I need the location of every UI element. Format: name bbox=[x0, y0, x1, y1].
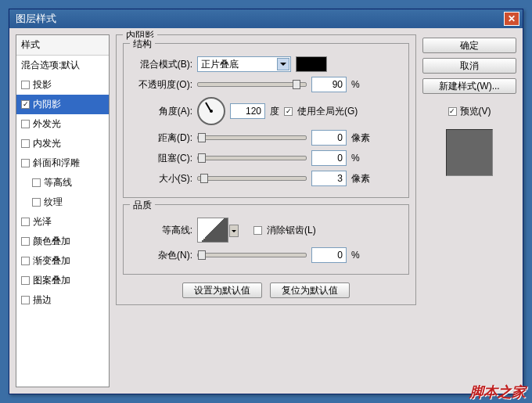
distance-slider[interactable] bbox=[197, 135, 307, 140]
opacity-slider[interactable] bbox=[197, 82, 307, 87]
sidebar-item-bevel[interactable]: 斜面和浮雕 bbox=[16, 153, 109, 173]
ok-button[interactable]: 确定 bbox=[422, 38, 516, 53]
slider-thumb[interactable] bbox=[198, 250, 206, 260]
checkbox-icon[interactable] bbox=[32, 178, 41, 187]
size-input[interactable] bbox=[311, 171, 347, 186]
checkbox-icon[interactable] bbox=[21, 120, 30, 128]
angle-label: 角度(A): bbox=[130, 105, 192, 118]
noise-input[interactable] bbox=[311, 247, 347, 263]
checkbox-icon[interactable] bbox=[21, 296, 30, 304]
angle-unit: 度 bbox=[270, 105, 279, 118]
contour-label: 等高线: bbox=[130, 224, 192, 237]
shadow-color-swatch[interactable] bbox=[296, 56, 327, 72]
sidebar-item-color-overlay[interactable]: 颜色叠加 bbox=[16, 232, 109, 251]
sidebar-item-gradient-overlay[interactable]: 渐变叠加 bbox=[16, 251, 109, 271]
sidebar-item-inner-shadow[interactable]: 内阴影 bbox=[16, 95, 109, 114]
sidebar-item-satin[interactable]: 光泽 bbox=[16, 212, 109, 232]
blend-mode-select[interactable]: 正片叠底 bbox=[197, 56, 291, 72]
checkbox-icon[interactable] bbox=[21, 139, 30, 148]
checkbox-icon[interactable] bbox=[21, 237, 30, 246]
distance-label: 距离(D): bbox=[130, 131, 192, 145]
sidebar-item-pattern-overlay[interactable]: 图案叠加 bbox=[16, 271, 109, 290]
checkbox-icon[interactable] bbox=[21, 218, 30, 226]
quality-legend: 品质 bbox=[130, 199, 155, 212]
slider-thumb[interactable] bbox=[198, 133, 206, 142]
sidebar-item-outer-glow[interactable]: 外发光 bbox=[16, 114, 109, 134]
angle-input[interactable] bbox=[230, 103, 265, 119]
checkbox-icon[interactable] bbox=[21, 100, 30, 109]
opacity-input[interactable] bbox=[311, 77, 347, 92]
checkbox-icon[interactable] bbox=[32, 198, 41, 207]
make-default-button[interactable]: 设置为默认值 bbox=[182, 282, 262, 298]
checkbox-icon[interactable] bbox=[21, 81, 30, 89]
preview-label: 预览(V) bbox=[460, 105, 491, 118]
antialias-checkbox[interactable] bbox=[253, 226, 262, 235]
preview-swatch bbox=[446, 129, 493, 176]
watermark-text: 脚本之家 bbox=[469, 383, 526, 401]
structure-legend: 结构 bbox=[130, 38, 155, 51]
layer-style-dialog: 图层样式 ✕ 样式 混合选项:默认 投影 内阴影 外发光 内发光 斜面和浮雕 等… bbox=[9, 9, 523, 394]
sidebar-header: 样式 bbox=[16, 35, 109, 56]
close-button[interactable]: ✕ bbox=[504, 12, 519, 26]
opacity-unit: % bbox=[351, 79, 360, 90]
size-unit: 像素 bbox=[351, 172, 370, 185]
size-label: 大小(S): bbox=[130, 172, 192, 185]
chevron-down-icon bbox=[277, 58, 289, 70]
choke-label: 阻塞(C): bbox=[130, 152, 192, 165]
choke-input[interactable] bbox=[311, 150, 347, 166]
angle-dial[interactable] bbox=[197, 97, 225, 125]
titlebar: 图层样式 ✕ bbox=[9, 9, 523, 28]
antialias-label: 消除锯齿(L) bbox=[267, 224, 316, 237]
distance-unit: 像素 bbox=[351, 131, 370, 145]
action-panel: 确定 取消 新建样式(W)... 预览(V) bbox=[422, 34, 516, 387]
noise-label: 杂色(N): bbox=[130, 249, 192, 262]
opacity-label: 不透明度(O): bbox=[130, 78, 192, 92]
sidebar-item-drop-shadow[interactable]: 投影 bbox=[16, 75, 109, 95]
noise-slider[interactable] bbox=[197, 253, 307, 257]
global-light-checkbox[interactable] bbox=[284, 107, 293, 116]
preview-checkbox[interactable] bbox=[448, 107, 457, 116]
checkbox-icon[interactable] bbox=[21, 257, 30, 265]
styles-sidebar: 样式 混合选项:默认 投影 内阴影 外发光 内发光 斜面和浮雕 等高线 纹理 光… bbox=[16, 34, 110, 387]
dialog-title: 图层样式 bbox=[13, 12, 504, 26]
reset-default-button[interactable]: 复位为默认值 bbox=[270, 282, 350, 298]
cancel-button[interactable]: 取消 bbox=[422, 58, 516, 74]
noise-unit: % bbox=[351, 250, 360, 261]
structure-group: 结构 混合模式(B): 正片叠底 不透明度(O): % 角度(A): bbox=[123, 43, 409, 198]
contour-picker[interactable] bbox=[197, 218, 228, 243]
checkbox-icon[interactable] bbox=[21, 159, 30, 167]
new-style-button[interactable]: 新建样式(W)... bbox=[422, 78, 516, 94]
slider-thumb[interactable] bbox=[198, 153, 206, 163]
sidebar-item-contour[interactable]: 等高线 bbox=[16, 173, 109, 193]
size-slider[interactable] bbox=[197, 176, 307, 181]
blend-mode-label: 混合模式(B): bbox=[130, 58, 192, 71]
inner-shadow-group: 内阴影 结构 混合模式(B): 正片叠底 不透明度(O): % bbox=[116, 34, 416, 305]
distance-input[interactable] bbox=[311, 130, 347, 146]
blend-options-item[interactable]: 混合选项:默认 bbox=[16, 56, 109, 75]
choke-slider[interactable] bbox=[197, 156, 307, 160]
sidebar-item-inner-glow[interactable]: 内发光 bbox=[16, 134, 109, 153]
sidebar-item-texture[interactable]: 纹理 bbox=[16, 193, 109, 212]
sidebar-item-stroke[interactable]: 描边 bbox=[16, 290, 109, 310]
settings-panel: 内阴影 结构 混合模式(B): 正片叠底 不透明度(O): % bbox=[116, 34, 416, 387]
choke-unit: % bbox=[351, 153, 360, 164]
chevron-down-icon[interactable] bbox=[229, 225, 239, 237]
global-light-label: 使用全局光(G) bbox=[297, 105, 358, 118]
checkbox-icon[interactable] bbox=[21, 276, 30, 285]
slider-thumb[interactable] bbox=[200, 174, 208, 183]
quality-group: 品质 等高线: 消除锯齿(L) 杂色(N): % bbox=[123, 204, 409, 275]
slider-thumb[interactable] bbox=[293, 80, 300, 89]
